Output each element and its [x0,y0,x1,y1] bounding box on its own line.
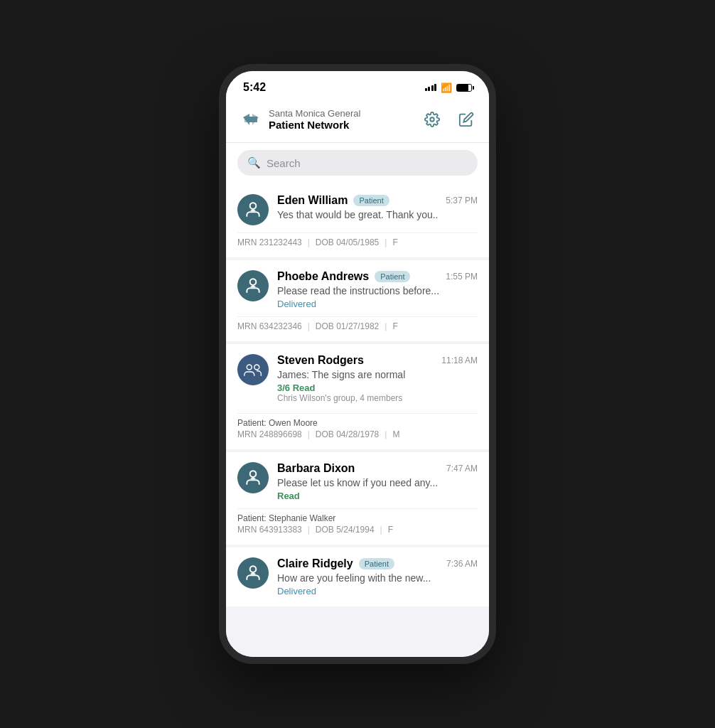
header-actions [421,108,478,131]
gender-label: M [392,429,399,439]
conv-body: Eden William Patient 5:37 PM Yes that wo… [277,194,478,223]
gender-label: F [392,237,397,247]
signal-icon [425,84,437,91]
gender-label: F [388,525,393,535]
patient-badge: Patient [353,195,389,206]
svg-point-3 [250,279,257,285]
conv-name-row: Steven Rodgers 11:18 AM [277,354,478,367]
dob-label: DOB 04/28/1978 [316,429,379,439]
conv-header: Claire Ridgely Patient 7:36 AM How are y… [237,557,478,596]
conv-time: 5:37 PM [446,196,478,205]
svg-point-1 [250,203,257,209]
avatar [237,194,269,225]
avatar [237,462,269,493]
conv-name: Eden William [277,194,348,207]
gender-label: F [392,321,397,331]
status-icons: 📶 [425,82,473,93]
phone-frame: 5:42 📶 Santa Monica General Patient Netw… [219,64,496,664]
dob-label: DOB 04/05/1985 [316,237,379,247]
conv-divider [237,316,478,317]
battery-icon [456,84,472,92]
conv-meta: MRN 643913383 | DOB 5/24/1994 | F [237,525,478,535]
patient-badge: Patient [375,271,410,282]
conv-patient-label: Patient: Stephanie Walker [237,513,478,523]
mrn-label: MRN 248896698 [237,429,302,439]
conv-name-row: Barbara Dixon 7:47 AM [277,462,478,475]
conv-header: Steven Rodgers 11:18 AM James: The signs… [237,354,478,406]
conversations-list: Eden William Patient 5:37 PM Yes that wo… [226,184,489,660]
svg-point-0 [430,117,434,122]
network-bold: Patient Network [269,119,421,131]
conv-body: Claire Ridgely Patient 7:36 AM How are y… [277,557,478,596]
conv-header: Eden William Patient 5:37 PM Yes that wo… [237,194,478,225]
conv-header: Phoebe Andrews Patient 1:55 PM Please re… [237,270,478,309]
conv-header: Barbara Dixon 7:47 AM Please let us know… [237,462,478,501]
status-time: 5:42 [243,81,266,94]
conv-meta: MRN 231232443 | DOB 04/05/1985 | F [237,237,478,247]
settings-button[interactable] [421,108,443,131]
conversation-item[interactable]: Steven Rodgers 11:18 AM James: The signs… [226,344,489,449]
header: Santa Monica General Patient Network [226,100,489,143]
conv-name: Phoebe Andrews [277,270,369,283]
header-title: Santa Monica General Patient Network [263,108,421,131]
conv-status-delivered: Delivered [277,586,478,596]
conv-name-row: Phoebe Andrews Patient 1:55 PM [277,270,478,283]
conv-time: 11:18 AM [441,355,478,365]
conv-meta: MRN 634232346 | DOB 01/27/1982 | F [237,321,478,331]
compose-button[interactable] [455,108,478,131]
conv-preview: How are you feeling with the new... [277,572,478,584]
conv-name: Claire Ridgely [277,557,353,570]
conv-divider [237,413,478,414]
conversation-item[interactable]: Barbara Dixon 7:47 AM Please let us know… [226,452,489,545]
wifi-icon: 📶 [441,82,452,93]
conv-divider [237,508,478,509]
conversation-item[interactable]: Phoebe Andrews Patient 1:55 PM Please re… [226,260,489,341]
conv-name-row: Eden William Patient 5:37 PM [277,194,478,207]
svg-point-9 [250,566,257,572]
avatar [237,270,269,301]
conv-time: 1:55 PM [446,272,478,282]
conv-name: Steven Rodgers [277,354,364,367]
conv-body: Barbara Dixon 7:47 AM Please let us know… [277,462,478,501]
conv-preview: Please let us know if you need any... [277,477,478,488]
conv-divider [237,232,478,233]
mrn-label: MRN 643913383 [237,525,302,535]
conv-name: Barbara Dixon [277,462,355,475]
mrn-label: MRN 231232443 [237,237,302,247]
conv-patient-label: Patient: Owen Moore [237,418,478,428]
search-placeholder: Search [267,157,301,169]
conv-time: 7:36 AM [446,559,478,569]
conv-time: 7:47 AM [446,464,478,473]
conversation-item[interactable]: Claire Ridgely Patient 7:36 AM How are y… [226,547,489,606]
conv-body: Phoebe Andrews Patient 1:55 PM Please re… [277,270,478,309]
conv-meta: MRN 248896698 | DOB 04/28/1978 | M [237,429,478,439]
conv-status-delivered: Delivered [277,299,478,309]
conv-preview: Yes that would be great. Thank you.. [277,209,478,220]
conv-status-read: Read [277,491,478,501]
dob-label: DOB 01/27/1982 [316,321,379,331]
avatar [237,557,269,589]
mrn-label: MRN 634232346 [237,321,302,331]
search-icon: 🔍 [247,156,261,169]
search-bar: 🔍 Search [226,143,489,184]
conv-body: Steven Rodgers 11:18 AM James: The signs… [277,354,478,406]
patient-badge: Patient [359,558,394,569]
svg-point-7 [250,471,257,477]
svg-point-6 [254,365,259,370]
conv-preview: Please read the instructions before... [277,285,478,296]
search-input-wrap[interactable]: 🔍 Search [237,150,478,176]
network-name: Santa Monica General [269,108,421,119]
status-bar: 5:42 📶 [226,71,489,100]
svg-point-5 [247,365,252,370]
group-info: Chris Wilson's group, 4 members [277,393,478,403]
conversation-item[interactable]: Eden William Patient 5:37 PM Yes that wo… [226,184,489,257]
conv-name-row: Claire Ridgely Patient 7:36 AM [277,557,478,570]
dob-label: DOB 5/24/1994 [316,525,375,535]
conv-status-read-fraction: 3/6 Read [277,382,478,393]
back-button[interactable] [237,107,263,132]
avatar [237,354,269,385]
conv-preview: James: The signs are normal [277,369,478,380]
